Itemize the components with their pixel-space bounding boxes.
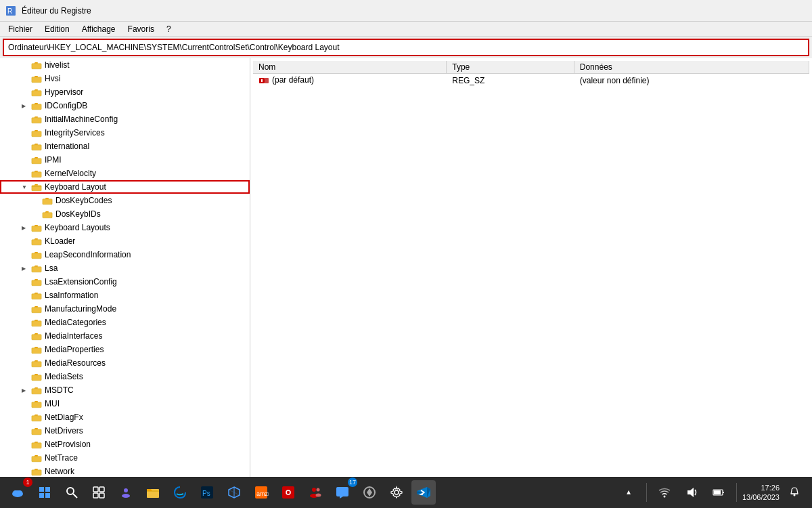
edge-icon (173, 485, 187, 500)
badge17-count: 17 (348, 478, 357, 487)
tree-item-msdtc[interactable]: ▶ MSDTC (0, 383, 250, 397)
folder-icon (31, 277, 45, 287)
tree-item-kloader[interactable]: KLoader (0, 234, 250, 248)
battery-tray[interactable] (706, 480, 731, 505)
sound-tray[interactable] (679, 480, 704, 505)
svg-rect-32 (32, 470, 41, 475)
col-donnees[interactable]: Données (574, 61, 809, 74)
tree-item-doskeybuodes[interactable]: DosKeybCodes (0, 194, 250, 207)
folder-icon (31, 385, 45, 396)
settings-button[interactable] (384, 480, 409, 505)
tree-item-leapsecondinformation[interactable]: LeapSecondInformation (0, 248, 250, 261)
tree-expander[interactable]: ▶ (22, 225, 31, 231)
teams2-button[interactable] (303, 480, 328, 505)
tree-item-hypervisor[interactable]: Hypervisor (0, 85, 250, 99)
menu-bar: Fichier Edition Affichage Favoris ? (0, 22, 812, 37)
taskview-button[interactable] (87, 480, 111, 505)
edge-button[interactable] (168, 480, 192, 505)
tree-expander[interactable]: ▶ (22, 266, 31, 272)
tree-item-network[interactable]: Network (0, 465, 250, 477)
tree-expander[interactable]: ▶ (22, 387, 31, 394)
teams-button[interactable] (114, 480, 138, 505)
tree-item-lsaextensionconfig[interactable]: LsaExtensionConfig (0, 275, 250, 289)
svg-point-70 (394, 490, 399, 494)
tree-item-label: DosKeybCodes (55, 196, 112, 205)
tree-item-nettrace[interactable]: NetTrace (0, 451, 250, 465)
address-bar[interactable]: Ordinateur\HKEY_LOCAL_MACHINE\SYSTEM\Cur… (3, 39, 809, 56)
tree-item-initialmachineconfig[interactable]: InitialMachineConfig (0, 112, 250, 126)
svg-rect-23 (32, 348, 41, 354)
tree-item-mediacategories[interactable]: MediaCategories (0, 316, 250, 329)
folder-icon (31, 236, 45, 247)
tree-item-keyboardlayout[interactable]: ▼ Keyboard Layout (0, 180, 250, 194)
svg-point-50 (124, 488, 128, 492)
menu-fichier[interactable]: Fichier (3, 23, 38, 35)
app-blue[interactable] (357, 480, 382, 505)
tree-item-manufacturingmode[interactable]: ManufacturingMode (0, 302, 250, 316)
table-row[interactable]: (par défaut)REG_SZ(valeur non définie) (253, 74, 809, 88)
badge17-button[interactable]: 17 (330, 480, 355, 505)
svg-marker-67 (340, 496, 343, 499)
menu-help[interactable]: ? (161, 23, 177, 35)
app-blue-icon (362, 485, 377, 500)
svg-rect-41 (45, 487, 50, 492)
tree-expander[interactable]: ▶ (22, 103, 31, 109)
tree-item-mediainterfaces[interactable]: MediaInterfaces (0, 329, 250, 343)
tree-item-mediasets[interactable]: MediaSets (0, 370, 250, 383)
tree-item-label: ManufacturingMode (45, 304, 116, 314)
notification-button[interactable] (782, 480, 807, 505)
svg-rect-14 (32, 226, 41, 232)
vscode-button[interactable] (411, 480, 436, 505)
tree-item-integrityservices[interactable]: IntegrityServices (0, 126, 250, 140)
music-button[interactable]: amzn (249, 480, 273, 505)
menu-favoris[interactable]: Favoris (122, 23, 160, 35)
tree-expander[interactable]: ▼ (22, 184, 31, 190)
tree-item-netprovision[interactable]: NetProvision (0, 438, 250, 451)
menu-edition[interactable]: Edition (39, 23, 75, 35)
tree-item-mediaresources[interactable]: MediaResources (0, 356, 250, 370)
svg-rect-30 (32, 443, 41, 448)
menu-affichage[interactable]: Affichage (76, 23, 121, 35)
folder-icon (31, 345, 45, 355)
tree-item-label: MUI (45, 399, 60, 408)
svg-rect-42 (39, 493, 44, 498)
notification-badge-count: 1 (23, 478, 32, 487)
tree-item-lsa[interactable]: ▶ Lsa (0, 261, 250, 275)
notification-area[interactable]: 1 (5, 480, 30, 505)
photoshop-button[interactable]: Ps (195, 480, 219, 505)
tree-item-netdiagfx[interactable]: NetDiagFx (0, 410, 250, 424)
tree-item-netdrivers[interactable]: NetDrivers (0, 424, 250, 438)
explorer-icon (145, 485, 160, 500)
search-button[interactable] (60, 480, 84, 505)
tree-item-lsainformation[interactable]: LsaInformation (0, 289, 250, 302)
tree-item-label: Hvsi (45, 74, 60, 83)
tree-item-international[interactable]: International (0, 140, 250, 153)
system-clock[interactable]: 17:26 13/06/2023 (742, 483, 780, 503)
3d-button[interactable] (222, 480, 246, 505)
svg-rect-28 (32, 416, 41, 421)
svg-marker-69 (367, 488, 372, 496)
tree-item-idconfigdb[interactable]: ▶ IDConfigDB (0, 99, 250, 112)
start-button[interactable] (32, 480, 57, 505)
svg-rect-18 (32, 280, 41, 286)
tree-item-mui[interactable]: MUI (0, 397, 250, 410)
tray-expand[interactable]: ▼ (616, 480, 641, 505)
wifi-tray[interactable] (652, 480, 677, 505)
tree-item-kernelvelocity[interactable]: KernelVelocity (0, 167, 250, 180)
tree-panel[interactable]: hivelist Hvsi Hypervisor▶ IDConfigDB Ini… (0, 58, 250, 477)
tree-item-doskeybuids[interactable]: DosKeybIDs (0, 207, 250, 221)
tree-item-label: NetTrace (45, 453, 78, 463)
svg-rect-4 (32, 91, 41, 96)
tree-item-ipmi[interactable]: IPMI (0, 153, 250, 167)
tree-item-label: Lsa (45, 263, 58, 273)
col-nom[interactable]: Nom (253, 61, 447, 74)
tree-item-hvsi[interactable]: Hvsi (0, 72, 250, 85)
col-type[interactable]: Type (447, 61, 574, 74)
tree-item-keyboardlayouts[interactable]: ▶ Keyboard Layouts (0, 221, 250, 234)
explorer-button[interactable] (141, 480, 165, 505)
tree-item-label: Network (45, 467, 74, 476)
app-gear[interactable] (276, 480, 300, 505)
3d-icon (227, 485, 242, 500)
tree-item-hivelist[interactable]: hivelist (0, 58, 250, 72)
tree-item-mediaproperties[interactable]: MediaProperties (0, 343, 250, 356)
